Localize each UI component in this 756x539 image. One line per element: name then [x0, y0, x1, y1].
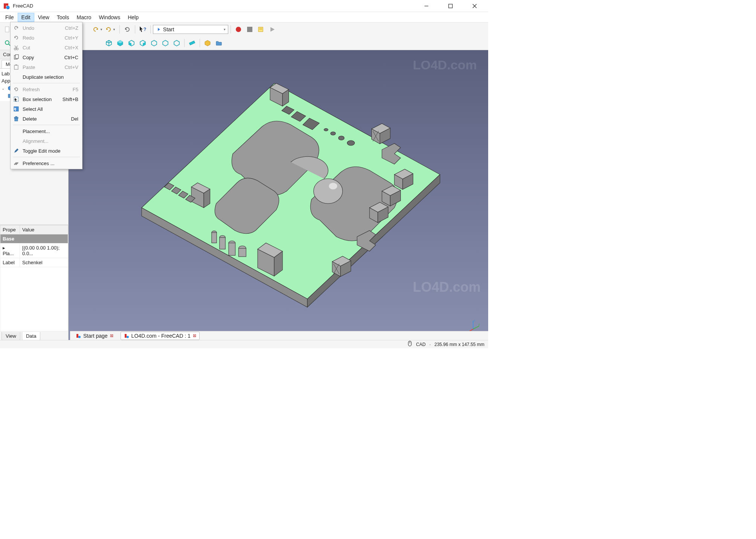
menu-item-shortcut: Ctrl+Y	[65, 35, 78, 41]
maximize-button[interactable]	[443, 1, 458, 11]
svg-point-28	[324, 129, 328, 131]
svg-point-30	[339, 136, 344, 140]
prop-row-name[interactable]: ▸ Pla...	[0, 243, 20, 258]
menu-macro[interactable]: Macro	[73, 13, 95, 22]
undo-icon	[13, 25, 20, 31]
run-macro-button[interactable]	[267, 24, 278, 35]
prop-tab-data[interactable]: Data	[22, 332, 40, 340]
refresh-toolbar-button[interactable]	[122, 24, 133, 35]
menu-item-select-all[interactable]: Select All	[11, 104, 82, 114]
svg-point-31	[347, 141, 355, 145]
delete-icon	[13, 116, 20, 122]
prop-tab-view[interactable]: View	[2, 332, 20, 340]
menu-item-box-selection[interactable]: Box selectionShift+B	[11, 94, 82, 104]
view-left-button[interactable]	[171, 38, 182, 48]
view-top-button[interactable]	[126, 38, 137, 48]
prop-row-name[interactable]: Label	[0, 258, 20, 267]
menu-item-preferences-[interactable]: Preferences ...	[11, 158, 82, 168]
edit-macro-button[interactable]	[256, 24, 266, 35]
svg-rect-16	[189, 41, 195, 45]
titlebar: FreeCAD	[0, 0, 488, 12]
svg-rect-44	[125, 334, 127, 338]
prop-row-value[interactable]: [(0.00 0.00 1.00); 0.0...	[20, 243, 68, 258]
menu-item-alignment-: Alignment...	[11, 136, 82, 146]
edit-menu-dropdown: UndoCtrl+ZRedoCtrl+YCutCtrl+XCopyCtrl+CP…	[10, 22, 82, 169]
menu-item-label: Copy	[23, 55, 61, 60]
menu-item-label: Refresh	[23, 87, 70, 92]
menu-item-toggle-edit-mode[interactable]: Toggle Edit mode	[11, 146, 82, 156]
view-rear-button[interactable]	[149, 38, 159, 48]
menu-item-placement-[interactable]: Placement...	[11, 126, 82, 136]
close-icon[interactable]: ⊠	[110, 333, 113, 338]
workbench-selector[interactable]: Start ▾	[153, 25, 228, 34]
3d-viewport[interactable]: LO4D.com LO4D.com z y x	[69, 50, 488, 340]
svg-point-49	[17, 48, 18, 50]
close-icon[interactable]: ⊠	[193, 333, 196, 338]
redo-toolbar-button[interactable]: ▼	[105, 26, 117, 33]
svg-rect-23	[220, 237, 225, 249]
refresh-icon	[13, 86, 20, 92]
menu-item-shortcut: Ctrl+C	[64, 55, 78, 60]
window-title: FreeCAD	[13, 3, 419, 9]
prefs-icon	[13, 160, 20, 166]
svg-rect-21	[212, 233, 217, 243]
part-button[interactable]	[202, 38, 213, 48]
menu-tools[interactable]: Tools	[53, 13, 73, 22]
close-button[interactable]	[467, 1, 482, 11]
menu-item-shortcut: F5	[73, 87, 78, 92]
menu-view[interactable]: View	[34, 13, 53, 22]
view-iso-button[interactable]	[104, 38, 114, 48]
watermark: LO4D.com	[413, 279, 481, 295]
menu-item-copy[interactable]: CopyCtrl+C	[11, 52, 82, 62]
doc-tab[interactable]: Start page⊠	[72, 332, 117, 340]
view-bottom-button[interactable]	[160, 38, 171, 48]
svg-rect-53	[15, 55, 18, 58]
measure-button[interactable]	[187, 38, 197, 48]
menu-item-label: Redo	[23, 35, 62, 41]
menu-item-label: Toggle Edit mode	[23, 148, 75, 154]
paste-icon	[13, 64, 20, 70]
menubar: FileEditViewToolsMacroWindowsHelp	[0, 12, 488, 23]
record-macro-button[interactable]	[233, 24, 244, 35]
view-right-button[interactable]	[137, 38, 148, 48]
nav-mode-label[interactable]: CAD	[416, 342, 426, 347]
whats-this-button[interactable]: ?	[137, 24, 148, 35]
menu-file[interactable]: File	[2, 13, 18, 22]
svg-rect-59	[15, 118, 18, 121]
app-icon	[3, 3, 10, 9]
menu-item-delete[interactable]: DeleteDel	[11, 114, 82, 124]
tree-expander[interactable]: ⌄	[2, 86, 6, 90]
prop-row-value[interactable]: Schenkel	[20, 258, 68, 267]
svg-rect-0	[4, 3, 6, 9]
menu-edit[interactable]: Edit	[18, 13, 34, 22]
menu-item-label: Box selection	[23, 96, 60, 102]
svg-rect-46	[408, 341, 411, 346]
svg-point-2	[6, 6, 9, 9]
menu-item-redo: RedoCtrl+Y	[11, 33, 82, 43]
menu-item-label: Alignment...	[23, 138, 75, 144]
undo-toolbar-button[interactable]: ▼	[92, 26, 104, 33]
minimize-button[interactable]	[419, 1, 434, 11]
axis-gizmo[interactable]: z y x	[466, 318, 481, 333]
statusbar: CAD · 235.96 mm x 147.55 mm	[0, 340, 488, 348]
view-front-button[interactable]	[115, 38, 125, 48]
workbench-label: Start	[163, 26, 174, 32]
svg-rect-60	[15, 116, 17, 117]
doc-tab[interactable]: LO4D.com - FreeCAD : 1⊠	[121, 332, 200, 340]
stop-macro-button[interactable]	[244, 24, 255, 35]
blank-icon	[13, 128, 20, 134]
editmode-icon	[13, 148, 20, 154]
menu-help[interactable]: Help	[124, 13, 142, 22]
tree-label: Lab	[2, 71, 10, 77]
svg-rect-7	[5, 27, 9, 32]
selectall-icon	[13, 106, 20, 112]
nav-mode-icon	[407, 341, 412, 348]
blank-icon	[13, 138, 20, 144]
menu-item-undo: UndoCtrl+Z	[11, 23, 82, 33]
prop-group-base: Base	[0, 234, 68, 243]
menu-item-duplicate-selection[interactable]: Duplicate selection	[11, 72, 82, 82]
menu-windows[interactable]: Windows	[95, 13, 124, 22]
folder-button[interactable]	[214, 38, 224, 48]
document-tabs: Start page⊠LO4D.com - FreeCAD : 1⊠	[70, 331, 488, 340]
menu-item-label: Paste	[23, 64, 62, 70]
